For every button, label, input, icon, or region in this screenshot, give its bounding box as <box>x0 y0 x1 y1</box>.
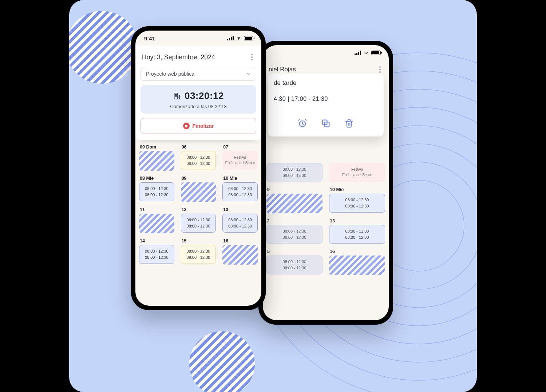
calendar-day[interactable]: 08 Mie08:00 - 12:3008:00 - 12:30 <box>139 176 174 202</box>
signal-icon <box>355 51 361 55</box>
wifi-icon <box>363 51 369 55</box>
empty-entry[interactable] <box>329 256 385 275</box>
calendar-day[interactable]: 1308:00 - 12:3008:00 - 12:30 <box>329 218 385 244</box>
shift-entry[interactable]: 08:00 - 12:3008:00 - 12:30 <box>222 182 258 201</box>
calendar-day[interactable]: 07FestivoEpifania del Senor <box>222 144 258 171</box>
day-label: 09 <box>181 176 216 181</box>
calendar-day[interactable]: FestivoEpifania del Senor <box>329 162 385 182</box>
finalize-label: Finalizar <box>193 123 214 129</box>
calendar-day[interactable]: 16 <box>222 238 258 265</box>
timer-subtext: Comenzado a las 08:32:18 <box>145 104 252 109</box>
timer-card: 03:20:12 Comenzado a las 08:32:18 <box>141 85 256 114</box>
shift-entry[interactable]: 08:00 - 12:3008:00 - 12:30 <box>139 245 174 264</box>
svg-rect-11 <box>174 93 178 99</box>
calendar-day[interactable]: 1308:00 - 12:3008:00 - 12:30 <box>222 207 258 233</box>
project-select[interactable]: Proyecto web pública <box>141 67 256 81</box>
calendar-day[interactable]: 208:00 - 12:3008:00 - 12:30 <box>266 218 323 244</box>
calendar-day[interactable]: 16 <box>329 249 385 275</box>
shift-entry[interactable]: 08:00 - 12:3008:00 - 12:30 <box>329 225 385 244</box>
chevron-down-icon <box>246 71 251 76</box>
calendar-day[interactable]: 09 <box>181 176 216 202</box>
day-label: 10 Mie <box>329 187 385 192</box>
wifi-icon <box>236 36 242 40</box>
calendar-day[interactable]: 0608:00 - 12:3008:00 - 12:30 <box>181 144 216 171</box>
holiday-entry[interactable]: FestivoEpifania del Senor <box>222 151 258 170</box>
calendar-day[interactable]: 508:00 - 12:3008:00 - 12:30 <box>266 249 323 275</box>
sheet-title: de tarde <box>274 79 378 87</box>
empty-entry[interactable] <box>139 214 174 233</box>
day-label: 12 <box>181 207 216 212</box>
calendar-day[interactable]: 10 Mie08:00 - 12:3008:00 - 12:30 <box>329 187 385 213</box>
calendar-day[interactable]: 1508:00 - 12:3008:00 - 12:30 <box>181 238 216 265</box>
day-label: 13 <box>222 207 258 212</box>
copy-icon[interactable] <box>321 118 331 130</box>
project-select-value: Proyecto web pública <box>146 71 194 77</box>
day-label: 14 <box>139 238 174 243</box>
page-title: Hoy: 3, Septiembre, 2024 <box>142 54 215 61</box>
alarm-icon[interactable] <box>297 118 308 130</box>
day-label: 08 Mie <box>139 176 174 181</box>
shift-entry[interactable]: 08:00 - 12:3008:00 - 12:30 <box>329 194 385 213</box>
day-label: 06 <box>181 144 216 150</box>
shift-detail-sheet: de tarde 4:30 | 17:00 - 21:30 <box>268 74 384 136</box>
shift-entry[interactable]: 08:00 - 12:3008:00 - 12:30 <box>266 256 323 274</box>
day-label: 9 <box>266 187 323 192</box>
day-label: 07 <box>222 144 258 150</box>
shift-entry[interactable]: 08:00 - 12:3008:00 - 12:30 <box>266 163 323 182</box>
shift-entry[interactable]: 08:00 - 12:3008:00 - 12:30 <box>181 214 216 233</box>
day-label: 09 Dom <box>139 144 174 150</box>
empty-entry[interactable] <box>139 151 174 171</box>
delete-icon[interactable] <box>344 118 354 130</box>
day-label: 11 <box>139 207 174 212</box>
timer-value: 03:20:12 <box>185 90 224 102</box>
empty-entry[interactable] <box>222 245 258 265</box>
status-bar <box>263 45 389 60</box>
finalize-button[interactable]: Finalizar <box>141 118 256 134</box>
calendar-day[interactable]: 10 Mie08:00 - 12:3008:00 - 12:30 <box>222 176 258 202</box>
calendar-day[interactable]: 09 Dom <box>139 144 174 171</box>
empty-entry[interactable] <box>181 182 216 202</box>
calendar-day[interactable]: 11 <box>139 207 174 233</box>
day-label: 10 Mie <box>222 176 258 181</box>
signal-icon <box>227 36 234 40</box>
day-label: 5 <box>266 249 323 254</box>
marketing-stage: niel Rojas de tarde 4:30 | 17:00 - 21:30 <box>69 0 477 392</box>
calendar-day[interactable]: 9 <box>266 187 323 213</box>
battery-icon <box>244 36 253 40</box>
shift-entry[interactable]: 08:00 - 12:3008:00 - 12:30 <box>139 182 174 201</box>
shift-entry[interactable]: 08:00 - 12:3008:00 - 12:30 <box>222 214 258 233</box>
user-name-fragment: niel Rojas <box>269 66 296 73</box>
day-label: 16 <box>329 249 385 254</box>
battery-icon <box>371 51 381 55</box>
day-label: 13 <box>329 218 385 223</box>
day-label: 2 <box>266 218 323 223</box>
sheet-times: 4:30 | 17:00 - 21:30 <box>274 95 378 102</box>
status-bar: 9:41 <box>135 31 261 46</box>
stop-icon <box>183 123 190 129</box>
shift-entry[interactable]: 08:00 - 12:3008:00 - 12:30 <box>266 225 323 244</box>
building-icon <box>173 92 181 100</box>
phone-mockup-secondary: niel Rojas de tarde 4:30 | 17:00 - 21:30 <box>258 41 393 325</box>
shift-entry[interactable]: 08:00 - 12:3008:00 - 12:30 <box>181 245 216 264</box>
calendar-day[interactable]: 1208:00 - 12:3008:00 - 12:30 <box>181 207 216 233</box>
phone-mockup-primary: 9:41 Hoy: 3, Septiembre, 2024 Proyecto w… <box>131 26 266 310</box>
calendar-day[interactable]: 1408:00 - 12:3008:00 - 12:30 <box>139 238 174 265</box>
decorative-stripes-circle <box>69 11 138 84</box>
day-label: 16 <box>222 238 258 243</box>
shift-entry[interactable]: 08:00 - 12:3008:00 - 12:30 <box>181 151 216 170</box>
day-label: 15 <box>181 238 216 243</box>
calendar-day[interactable]: 08:00 - 12:3008:00 - 12:30 <box>266 162 323 182</box>
header-panel: Hoy: 3, Septiembre, 2024 Proyecto web pú… <box>135 46 261 140</box>
holiday-entry[interactable]: FestivoEpifania del Senor <box>329 163 385 182</box>
status-time: 9:41 <box>144 35 155 41</box>
empty-entry[interactable] <box>266 194 323 213</box>
more-menu-button[interactable] <box>249 52 255 63</box>
